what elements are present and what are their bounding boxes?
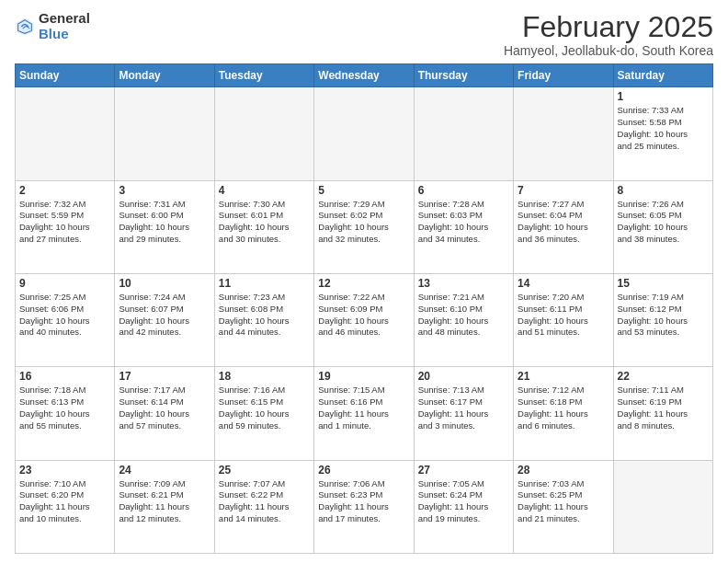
cell-info: Sunrise: 7:17 AM Sunset: 6:14 PM Dayligh… bbox=[119, 385, 210, 431]
day-number: 19 bbox=[318, 370, 409, 383]
day-number: 15 bbox=[618, 277, 709, 290]
calendar-cell bbox=[214, 87, 313, 180]
calendar-cell: 9Sunrise: 7:25 AM Sunset: 6:06 PM Daylig… bbox=[16, 273, 115, 366]
day-number: 3 bbox=[119, 184, 210, 197]
day-number: 10 bbox=[119, 277, 210, 290]
cell-info: Sunrise: 7:23 AM Sunset: 6:08 PM Dayligh… bbox=[219, 292, 310, 339]
cell-info: Sunrise: 7:29 AM Sunset: 6:02 PM Dayligh… bbox=[318, 199, 409, 246]
day-number: 28 bbox=[518, 464, 609, 477]
day-number: 12 bbox=[318, 277, 409, 290]
day-header: Monday bbox=[115, 64, 214, 87]
calendar-cell: 24Sunrise: 7:09 AM Sunset: 6:21 PM Dayli… bbox=[115, 460, 214, 553]
calendar-cell: 14Sunrise: 7:20 AM Sunset: 6:11 PM Dayli… bbox=[514, 273, 613, 366]
cell-info: Sunrise: 7:13 AM Sunset: 6:17 PM Dayligh… bbox=[418, 385, 509, 431]
calendar-cell: 15Sunrise: 7:19 AM Sunset: 6:12 PM Dayli… bbox=[613, 273, 712, 366]
calendar-cell: 1Sunrise: 7:33 AM Sunset: 5:58 PM Daylig… bbox=[613, 87, 712, 180]
calendar-cell: 27Sunrise: 7:05 AM Sunset: 6:24 PM Dayli… bbox=[414, 460, 513, 553]
calendar-cell bbox=[115, 87, 214, 180]
calendar-cell bbox=[16, 87, 115, 180]
calendar-cell: 21Sunrise: 7:12 AM Sunset: 6:18 PM Dayli… bbox=[514, 367, 613, 460]
calendar-cell: 11Sunrise: 7:23 AM Sunset: 6:08 PM Dayli… bbox=[214, 273, 313, 366]
day-header: Sunday bbox=[16, 64, 115, 87]
cell-info: Sunrise: 7:31 AM Sunset: 6:00 PM Dayligh… bbox=[119, 199, 210, 246]
day-number: 22 bbox=[618, 370, 709, 383]
day-header: Friday bbox=[514, 64, 613, 87]
cell-info: Sunrise: 7:12 AM Sunset: 6:18 PM Dayligh… bbox=[518, 385, 609, 431]
cell-info: Sunrise: 7:10 AM Sunset: 6:20 PM Dayligh… bbox=[19, 478, 110, 525]
day-header: Thursday bbox=[414, 64, 513, 87]
day-number: 16 bbox=[19, 370, 110, 383]
calendar-cell: 26Sunrise: 7:06 AM Sunset: 6:23 PM Dayli… bbox=[314, 460, 414, 553]
calendar-cell bbox=[514, 87, 613, 180]
calendar-cell: 5Sunrise: 7:29 AM Sunset: 6:02 PM Daylig… bbox=[314, 180, 414, 273]
day-number: 17 bbox=[119, 370, 210, 383]
day-number: 8 bbox=[618, 184, 709, 197]
day-number: 11 bbox=[219, 277, 310, 290]
calendar-cell: 25Sunrise: 7:07 AM Sunset: 6:22 PM Dayli… bbox=[214, 460, 313, 553]
cell-info: Sunrise: 7:28 AM Sunset: 6:03 PM Dayligh… bbox=[418, 199, 509, 246]
logo-general-label: General bbox=[39, 11, 90, 27]
logo: General Blue bbox=[15, 11, 90, 41]
day-number: 6 bbox=[418, 184, 509, 197]
calendar-cell: 18Sunrise: 7:16 AM Sunset: 6:15 PM Dayli… bbox=[214, 367, 313, 460]
day-number: 20 bbox=[418, 370, 509, 383]
calendar-cell: 8Sunrise: 7:26 AM Sunset: 6:05 PM Daylig… bbox=[613, 180, 712, 273]
day-header: Tuesday bbox=[214, 64, 313, 87]
calendar-cell: 3Sunrise: 7:31 AM Sunset: 6:00 PM Daylig… bbox=[115, 180, 214, 273]
cell-info: Sunrise: 7:07 AM Sunset: 6:22 PM Dayligh… bbox=[219, 478, 310, 525]
calendar-cell: 17Sunrise: 7:17 AM Sunset: 6:14 PM Dayli… bbox=[115, 367, 214, 460]
cell-info: Sunrise: 7:27 AM Sunset: 6:04 PM Dayligh… bbox=[518, 199, 609, 246]
day-number: 14 bbox=[518, 277, 609, 290]
cell-info: Sunrise: 7:20 AM Sunset: 6:11 PM Dayligh… bbox=[518, 292, 609, 339]
cell-info: Sunrise: 7:26 AM Sunset: 6:05 PM Dayligh… bbox=[618, 199, 709, 246]
cell-info: Sunrise: 7:32 AM Sunset: 5:59 PM Dayligh… bbox=[19, 199, 110, 246]
cell-info: Sunrise: 7:16 AM Sunset: 6:15 PM Dayligh… bbox=[219, 385, 310, 431]
day-number: 25 bbox=[219, 464, 310, 477]
day-number: 1 bbox=[618, 90, 709, 103]
cell-info: Sunrise: 7:09 AM Sunset: 6:21 PM Dayligh… bbox=[119, 478, 210, 525]
logo-blue-label: Blue bbox=[39, 27, 90, 42]
title-block: February 2025 Hamyeol, Jeollabuk-do, Sou… bbox=[504, 11, 713, 58]
day-number: 5 bbox=[318, 184, 409, 197]
calendar-cell bbox=[414, 87, 513, 180]
calendar-cell: 20Sunrise: 7:13 AM Sunset: 6:17 PM Dayli… bbox=[414, 367, 513, 460]
calendar-cell: 4Sunrise: 7:30 AM Sunset: 6:01 PM Daylig… bbox=[214, 180, 313, 273]
cell-info: Sunrise: 7:25 AM Sunset: 6:06 PM Dayligh… bbox=[19, 292, 110, 339]
calendar-cell: 23Sunrise: 7:10 AM Sunset: 6:20 PM Dayli… bbox=[16, 460, 115, 553]
location: Hamyeol, Jeollabuk-do, South Korea bbox=[504, 43, 713, 58]
calendar-cell bbox=[314, 87, 414, 180]
day-number: 13 bbox=[418, 277, 509, 290]
cell-info: Sunrise: 7:19 AM Sunset: 6:12 PM Dayligh… bbox=[618, 292, 709, 339]
day-header: Wednesday bbox=[314, 64, 414, 87]
calendar-cell: 19Sunrise: 7:15 AM Sunset: 6:16 PM Dayli… bbox=[314, 367, 414, 460]
calendar-table: SundayMondayTuesdayWednesdayThursdayFrid… bbox=[15, 63, 713, 554]
day-number: 24 bbox=[119, 464, 210, 477]
cell-info: Sunrise: 7:11 AM Sunset: 6:19 PM Dayligh… bbox=[618, 385, 709, 431]
month-title: February 2025 bbox=[504, 11, 713, 43]
logo-icon bbox=[15, 17, 35, 37]
cell-info: Sunrise: 7:30 AM Sunset: 6:01 PM Dayligh… bbox=[219, 199, 310, 246]
calendar-cell: 7Sunrise: 7:27 AM Sunset: 6:04 PM Daylig… bbox=[514, 180, 613, 273]
day-number: 2 bbox=[19, 184, 110, 197]
day-number: 9 bbox=[19, 277, 110, 290]
day-number: 7 bbox=[518, 184, 609, 197]
day-number: 21 bbox=[518, 370, 609, 383]
day-header: Saturday bbox=[613, 64, 712, 87]
cell-info: Sunrise: 7:24 AM Sunset: 6:07 PM Dayligh… bbox=[119, 292, 210, 339]
calendar-cell: 16Sunrise: 7:18 AM Sunset: 6:13 PM Dayli… bbox=[16, 367, 115, 460]
day-number: 4 bbox=[219, 184, 310, 197]
header: General Blue February 2025 Hamyeol, Jeol… bbox=[15, 11, 713, 58]
cell-info: Sunrise: 7:05 AM Sunset: 6:24 PM Dayligh… bbox=[418, 478, 509, 525]
cell-info: Sunrise: 7:15 AM Sunset: 6:16 PM Dayligh… bbox=[318, 385, 409, 431]
cell-info: Sunrise: 7:18 AM Sunset: 6:13 PM Dayligh… bbox=[19, 385, 110, 431]
cell-info: Sunrise: 7:22 AM Sunset: 6:09 PM Dayligh… bbox=[318, 292, 409, 339]
day-number: 23 bbox=[19, 464, 110, 477]
calendar-cell bbox=[613, 460, 712, 553]
cell-info: Sunrise: 7:33 AM Sunset: 5:58 PM Dayligh… bbox=[618, 105, 709, 152]
calendar-cell: 2Sunrise: 7:32 AM Sunset: 5:59 PM Daylig… bbox=[16, 180, 115, 273]
page: General Blue February 2025 Hamyeol, Jeol… bbox=[0, 0, 728, 563]
day-number: 26 bbox=[318, 464, 409, 477]
day-number: 27 bbox=[418, 464, 509, 477]
calendar-cell: 13Sunrise: 7:21 AM Sunset: 6:10 PM Dayli… bbox=[414, 273, 513, 366]
calendar-cell: 22Sunrise: 7:11 AM Sunset: 6:19 PM Dayli… bbox=[613, 367, 712, 460]
